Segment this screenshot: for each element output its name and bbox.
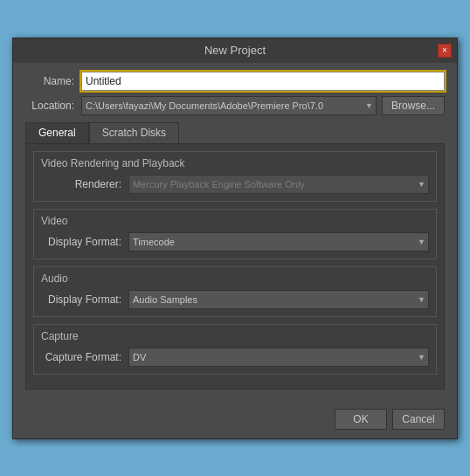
tab-scratch-disks[interactable]: Scratch Disks bbox=[89, 122, 179, 143]
video-display-format-label: Display Format: bbox=[41, 236, 128, 248]
video-label: Video bbox=[41, 215, 429, 227]
audio-display-format-wrapper: Audio Samples ▼ bbox=[128, 290, 429, 309]
location-dropdown[interactable]: C:\Users\fayazi\My Documents\Adobe\Premi… bbox=[81, 96, 377, 115]
capture-format-label: Capture Format: bbox=[41, 351, 128, 363]
capture-format-wrapper: DV ▼ bbox=[128, 348, 429, 367]
cancel-button[interactable]: Cancel bbox=[392, 409, 445, 430]
dialog-footer: OK Cancel bbox=[13, 402, 457, 438]
capture-label: Capture bbox=[41, 330, 429, 342]
titlebar: New Project × bbox=[13, 38, 457, 63]
name-label: Name: bbox=[25, 75, 81, 87]
capture-format-field: Capture Format: DV ▼ bbox=[41, 348, 429, 367]
renderer-dropdown-wrapper: Mercury Playback Engine Software Only ▼ bbox=[128, 175, 429, 194]
name-input[interactable] bbox=[81, 72, 445, 91]
video-section: Video Display Format: Timecode ▼ bbox=[33, 209, 437, 259]
dialog-body: Name: Location: C:\Users\fayazi\My Docum… bbox=[13, 63, 457, 402]
new-project-dialog: New Project × Name: Location: C:\Users\f… bbox=[12, 38, 458, 439]
dialog-title: New Project bbox=[204, 44, 266, 57]
close-button[interactable]: × bbox=[438, 44, 452, 58]
audio-label: Audio bbox=[41, 272, 429, 285]
tab-content-general: Video Rendering and Playback Renderer: M… bbox=[25, 143, 445, 390]
renderer-field: Renderer: Mercury Playback Engine Softwa… bbox=[41, 175, 429, 194]
location-label: Location: bbox=[25, 100, 81, 112]
video-rendering-label: Video Rendering and Playback bbox=[41, 157, 429, 169]
audio-section: Audio Display Format: Audio Samples ▼ bbox=[33, 266, 437, 317]
video-rendering-section: Video Rendering and Playback Renderer: M… bbox=[33, 151, 437, 202]
renderer-dropdown[interactable]: Mercury Playback Engine Software Only bbox=[128, 175, 429, 194]
name-row: Name: bbox=[25, 72, 445, 91]
audio-display-format-field: Display Format: Audio Samples ▼ bbox=[41, 290, 429, 309]
tabs: General Scratch Disks bbox=[25, 122, 445, 143]
close-icon: × bbox=[442, 45, 447, 55]
browse-button[interactable]: Browse... bbox=[382, 96, 445, 115]
audio-display-format-label: Display Format: bbox=[41, 293, 128, 306]
audio-display-format-dropdown[interactable]: Audio Samples bbox=[128, 290, 429, 309]
video-display-format-field: Display Format: Timecode ▼ bbox=[41, 232, 429, 252]
video-display-format-wrapper: Timecode ▼ bbox=[128, 232, 429, 252]
capture-section: Capture Capture Format: DV ▼ bbox=[33, 324, 437, 375]
video-display-format-dropdown[interactable]: Timecode bbox=[128, 232, 429, 252]
tab-general[interactable]: General bbox=[25, 122, 89, 143]
capture-format-dropdown[interactable]: DV bbox=[128, 348, 429, 367]
renderer-label: Renderer: bbox=[41, 178, 128, 190]
location-dropdown-wrapper: C:\Users\fayazi\My Documents\Adobe\Premi… bbox=[81, 96, 377, 115]
ok-button[interactable]: OK bbox=[335, 409, 387, 430]
location-row: Location: C:\Users\fayazi\My Documents\A… bbox=[25, 96, 445, 115]
